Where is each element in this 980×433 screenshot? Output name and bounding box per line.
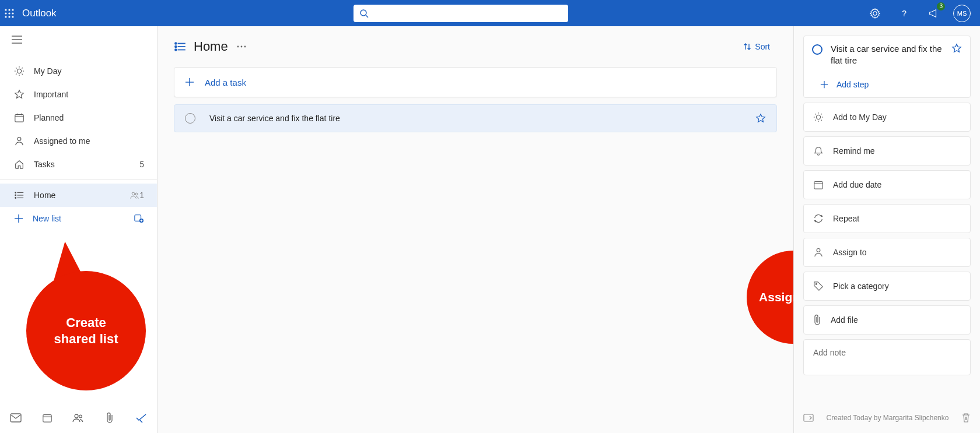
sun-icon [813, 112, 824, 122]
svg-point-9 [360, 10, 366, 16]
files-icon[interactable] [100, 409, 119, 427]
plus-icon [14, 214, 23, 223]
sort-button[interactable]: Sort [743, 42, 770, 51]
svg-point-5 [12, 12, 13, 14]
svg-line-66 [815, 114, 816, 114]
plus-icon [185, 78, 194, 87]
svg-point-53 [175, 49, 177, 51]
main-pane: Home Sort Add a task Visit a car service… [158, 26, 793, 433]
sidebar-item-assigned[interactable]: Assigned to me [0, 129, 157, 153]
sidebar-item-label: Tasks [34, 160, 139, 169]
waffle-icon[interactable] [0, 4, 19, 23]
add-note-input[interactable]: Add note [803, 339, 971, 375]
remind-me-button[interactable]: Remind me [803, 136, 971, 166]
details-meta: Created Today by Margarita Slipchenko [814, 414, 961, 422]
task-complete-checkbox[interactable] [185, 113, 195, 124]
svg-point-73 [816, 283, 817, 284]
svg-point-33 [15, 195, 16, 196]
svg-point-55 [240, 46, 242, 48]
task-star-icon[interactable] [755, 113, 766, 124]
add-file-button[interactable]: Add file [803, 305, 971, 335]
list-icon [174, 40, 187, 53]
mail-icon[interactable] [6, 409, 25, 427]
settings-icon[interactable] [866, 4, 884, 23]
search-icon [359, 9, 369, 18]
hamburger-icon[interactable] [0, 26, 34, 52]
people-icon[interactable] [69, 409, 88, 427]
plus-icon [820, 80, 828, 89]
svg-point-6 [5, 16, 6, 17]
new-list-label: New list [33, 214, 134, 223]
sort-icon [743, 43, 751, 51]
sidebar-list-home[interactable]: Home 1 [0, 184, 157, 207]
assign-to-button[interactable]: Assign to [803, 238, 971, 267]
help-icon[interactable]: ? [895, 4, 914, 23]
home-icon [14, 159, 24, 170]
add-due-date-button[interactable]: Add due date [803, 170, 971, 199]
svg-point-0 [5, 9, 6, 10]
add-task-input[interactable]: Add a task [174, 67, 777, 97]
add-to-my-day-button[interactable]: Add to My Day [803, 103, 971, 132]
svg-line-69 [815, 119, 816, 120]
svg-point-56 [244, 46, 246, 48]
shared-people-icon [130, 191, 139, 199]
svg-point-28 [18, 138, 21, 141]
svg-rect-44 [43, 415, 51, 423]
sidebar-list-count: 1 [139, 191, 144, 200]
svg-point-34 [15, 198, 16, 199]
svg-point-1 [8, 9, 10, 10]
repeat-icon [813, 213, 824, 224]
avatar[interactable]: MS [953, 5, 971, 22]
details-footer: Created Today by Margarita Slipchenko [794, 403, 980, 433]
star-icon [14, 89, 24, 100]
sidebar-item-myday[interactable]: My Day [0, 59, 157, 83]
svg-line-20 [16, 68, 16, 68]
create-group-icon[interactable] [134, 214, 144, 223]
detail-star-icon[interactable] [951, 43, 962, 67]
sidebar-item-planned[interactable]: Planned [0, 106, 157, 129]
sun-icon [14, 66, 24, 76]
sort-label: Sort [755, 42, 770, 51]
svg-point-15 [17, 69, 21, 73]
svg-point-4 [8, 12, 10, 14]
sidebar-item-label: Planned [34, 113, 144, 122]
add-step-button[interactable]: Add step [804, 74, 970, 97]
search-input[interactable] [373, 9, 562, 18]
callout-create-shared-list: Create shared list [26, 271, 146, 390]
svg-line-10 [366, 15, 368, 17]
svg-point-51 [175, 43, 177, 44]
add-task-placeholder: Add a task [205, 78, 246, 87]
svg-point-36 [135, 193, 138, 195]
person-icon [813, 247, 824, 258]
pick-category-button[interactable]: Pick a category [803, 272, 971, 301]
more-options-icon[interactable] [236, 45, 247, 48]
calendar-app-icon[interactable] [38, 409, 57, 427]
svg-rect-24 [15, 115, 23, 122]
list-icon [14, 190, 24, 200]
delete-task-icon[interactable] [961, 413, 971, 423]
tag-icon [813, 281, 824, 291]
new-list-button[interactable]: New list [0, 207, 157, 230]
task-title: Visit a car service and fix the flat tir… [209, 114, 755, 123]
sidebar-item-important[interactable]: Important [0, 83, 157, 106]
svg-point-46 [75, 414, 78, 418]
detail-task-title[interactable]: Visit a car service and fix the flat tir… [831, 43, 951, 67]
svg-line-22 [22, 68, 23, 68]
svg-point-47 [79, 415, 82, 418]
repeat-button[interactable]: Repeat [803, 204, 971, 233]
detail-complete-checkbox[interactable] [812, 44, 822, 55]
top-bar: Outlook ? 3 MS [0, 0, 980, 26]
page-title: Home [194, 39, 228, 54]
task-row[interactable]: Visit a car service and fix the flat tir… [174, 104, 777, 132]
hide-details-icon[interactable] [803, 414, 814, 422]
sidebar-item-tasks[interactable]: Tasks 5 [0, 153, 157, 176]
todo-icon[interactable] [132, 409, 150, 427]
bell-icon [813, 146, 824, 156]
notification-badge: 3 [937, 2, 945, 10]
megaphone-icon[interactable]: 3 [924, 4, 943, 23]
paperclip-icon [813, 314, 821, 326]
search-box[interactable] [354, 5, 568, 22]
sidebar-app-switcher [0, 403, 157, 433]
svg-text:?: ? [902, 8, 907, 17]
app-title: Outlook [19, 8, 57, 19]
